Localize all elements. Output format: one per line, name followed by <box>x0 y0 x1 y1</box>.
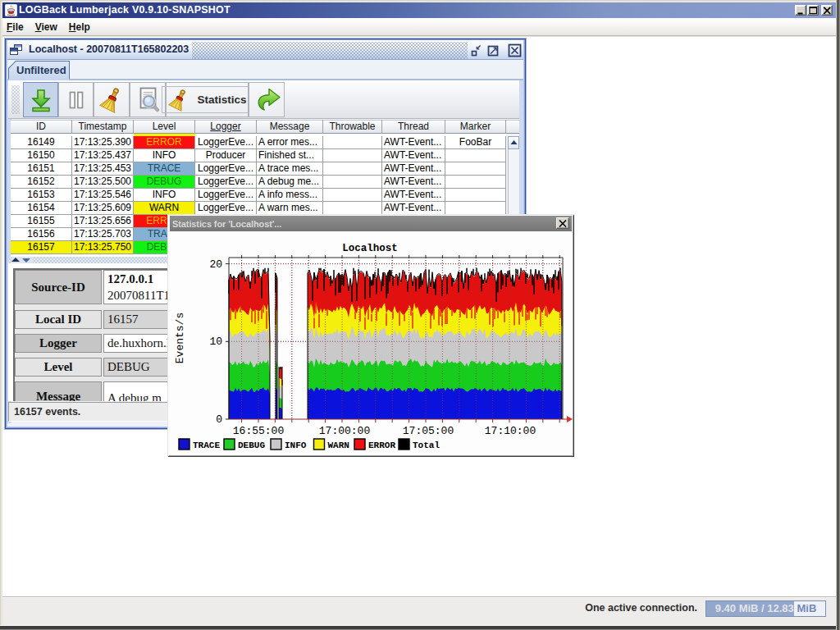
svg-text:17:00:00: 17:00:00 <box>319 425 370 437</box>
svg-text:16:55:00: 16:55:00 <box>233 425 284 437</box>
svg-text:WARN: WARN <box>328 441 349 450</box>
svg-text:20: 20 <box>209 258 222 271</box>
svg-text:INFO: INFO <box>285 441 307 450</box>
svg-text:TRACE: TRACE <box>193 441 220 450</box>
svg-text:17:10:00: 17:10:00 <box>485 425 536 437</box>
svg-text:10: 10 <box>209 336 222 348</box>
svg-text:Localhost: Localhost <box>342 243 398 254</box>
svg-text:Events/s: Events/s <box>174 313 186 363</box>
svg-text:17:05:00: 17:05:00 <box>403 425 454 437</box>
svg-text:0: 0 <box>216 413 222 426</box>
svg-text:Total: Total <box>413 441 440 450</box>
svg-text:ERROR: ERROR <box>368 441 395 450</box>
svg-text:DEBUG: DEBUG <box>238 441 265 450</box>
